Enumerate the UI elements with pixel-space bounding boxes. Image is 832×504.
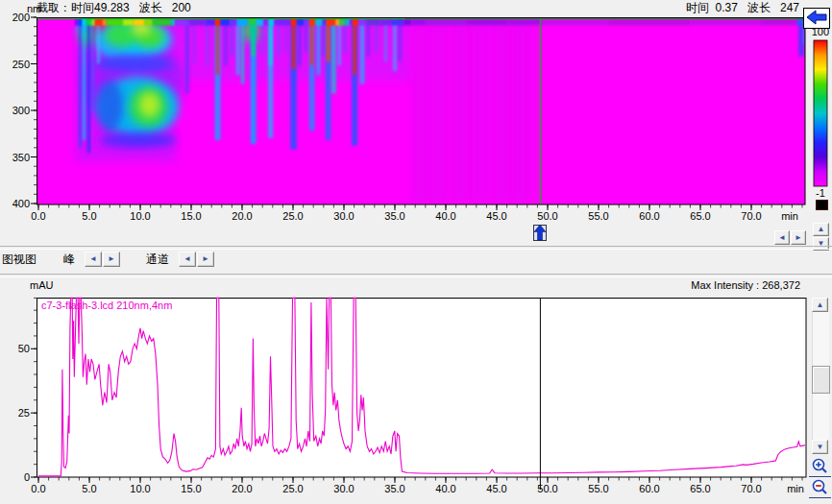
axis-tick-label: 70.0 — [741, 210, 761, 222]
pane-divider — [0, 246, 832, 250]
axis-tick-label: 10.0 — [130, 210, 150, 222]
axis-tick-label: 45.0 — [486, 483, 506, 494]
zoom-in-button[interactable] — [809, 457, 831, 477]
axis-tick-label: 60.0 — [639, 483, 659, 494]
axis-tick-label: 20.0 — [232, 483, 252, 494]
axis-tick-label: 20.0 — [232, 210, 252, 222]
zoom-in-icon — [811, 457, 829, 475]
axis-tick-label: 30.0 — [333, 483, 354, 494]
toolbar-divider — [0, 274, 832, 277]
axis-tick-label: 60.0 — [639, 210, 659, 222]
axis-tick-label: 45.0 — [486, 210, 506, 222]
colorbar-max-label: 100 — [806, 26, 829, 37]
axis-tick-label: 30.0 — [333, 210, 354, 222]
time-axis-unit: min — [781, 210, 798, 222]
axis-tick-label: 35.0 — [384, 210, 404, 222]
chromatogram-plot-area[interactable] — [37, 298, 806, 477]
contour-scroll-up-button[interactable]: ▲ — [813, 223, 829, 236]
contour-readout-right: 时间 0.37 波长 247 — [686, 1, 799, 14]
view-label: 图视图 — [2, 252, 37, 266]
axis-tick-label: 55.0 — [588, 210, 608, 222]
axis-tick-label: 10.0 — [130, 483, 150, 494]
axis-tick-label: 55.0 — [588, 483, 608, 494]
chromatogram-scrollbar-thumb[interactable] — [812, 366, 830, 394]
peak-next-button[interactable]: ► — [103, 252, 120, 267]
zoom-out-button[interactable] — [809, 478, 831, 498]
axis-tick-label: 5.0 — [82, 483, 96, 494]
colorbar-min-label: -1 — [812, 187, 829, 199]
axis-tick-label: 70.0 — [741, 483, 761, 494]
axis-tick-label: 35.0 — [384, 483, 404, 494]
time-axis-unit: min — [787, 483, 804, 494]
axis-tick-label: 25 — [18, 407, 30, 419]
axis-tick-label: 65.0 — [690, 483, 710, 494]
axis-tick-label: 350 — [12, 152, 30, 163]
max-intensity-readout: Max Intensity : 268,372 — [691, 279, 800, 291]
contour-scroll-right-button[interactable]: ► — [791, 230, 806, 245]
axis-tick-label: 50.0 — [537, 210, 557, 222]
channel-next-button[interactable]: ► — [197, 252, 214, 267]
zoom-out-icon — [811, 478, 829, 496]
axis-tick-label: 300 — [12, 105, 30, 116]
peak-label: 峰 — [63, 252, 75, 266]
channel-label: 通道 — [146, 252, 169, 266]
blue-left-arrow-icon — [805, 9, 828, 26]
axis-tick-label: 0.0 — [31, 210, 45, 222]
cursor-up-arrow-icon — [532, 224, 548, 242]
peak-prev-button[interactable]: ◄ — [85, 252, 102, 267]
contour-plot-area[interactable] — [37, 17, 805, 204]
axis-tick-label: 250 — [12, 59, 30, 70]
chromatogram-y-unit: mAU — [30, 279, 53, 291]
time-cursor-handle[interactable] — [532, 224, 548, 242]
wavelength-axis-unit: nm — [27, 3, 41, 14]
intensity-colorbar — [812, 38, 829, 188]
axis-tick-label: 25.0 — [282, 210, 303, 222]
axis-tick-label: 65.0 — [690, 210, 710, 222]
axis-tick-label: 0.0 — [31, 483, 45, 494]
axis-tick-label: 400 — [12, 198, 30, 209]
axis-tick-label: 25.0 — [282, 483, 303, 494]
axis-tick-label: 5.0 — [82, 210, 96, 222]
colorbar-under-range-swatch — [816, 200, 828, 210]
chromatogram-scroll-up-button[interactable]: ▲ — [812, 298, 828, 312]
chromatogram-scroll-down-button[interactable]: ▼ — [812, 440, 828, 454]
axis-tick-label: 15.0 — [181, 210, 201, 222]
axis-tick-label: 40.0 — [435, 483, 455, 494]
axis-tick-label: 40.0 — [435, 210, 455, 222]
axis-tick-label: 0 — [24, 471, 30, 483]
axis-tick-label: 50 — [18, 343, 30, 354]
channel-prev-button[interactable]: ◄ — [179, 252, 196, 267]
contour-readout-left: 截取：时间49.283 波长 200 — [37, 1, 191, 14]
pda-data-analysis-window: 2002503003504000.05.010.015.020.025.030.… — [0, 0, 832, 504]
axis-tick-label: 15.0 — [181, 483, 201, 494]
contour-scroll-left-button[interactable]: ◄ — [774, 230, 790, 245]
